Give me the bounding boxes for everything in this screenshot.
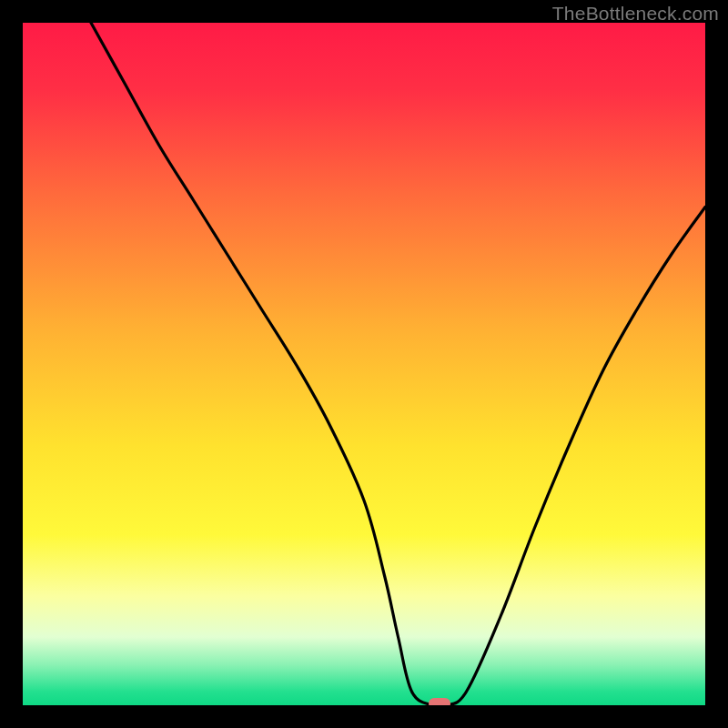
bottleneck-curve [23,23,705,705]
chart-frame: TheBottleneck.com [0,0,728,728]
plot-area [23,23,705,705]
watermark-text: TheBottleneck.com [552,3,719,25]
optimal-point-marker [429,698,450,705]
